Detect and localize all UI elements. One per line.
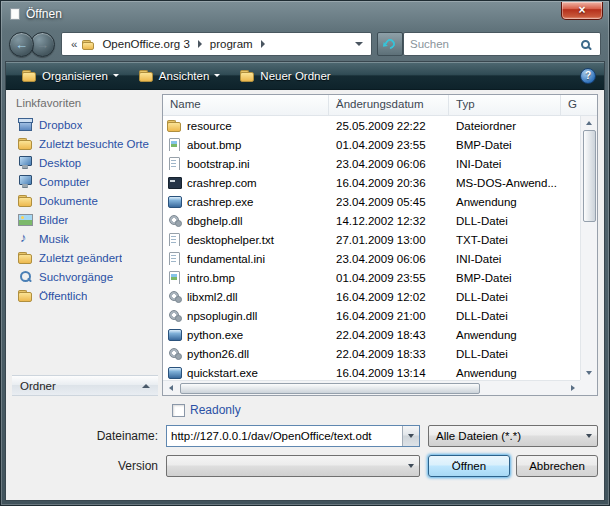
folder-icon <box>167 119 182 132</box>
sidebar-item-computer[interactable]: Computer <box>12 172 158 191</box>
file-row[interactable]: intro.bmp01.04.2009 23:55BMP-Datei <box>163 268 580 287</box>
vertical-scrollbar-thumb[interactable] <box>583 130 596 222</box>
file-row[interactable]: desktophelper.txt27.01.2009 13:00TXT-Dat… <box>163 230 580 249</box>
sidebar-item-searches[interactable]: Suchvorgänge <box>12 267 158 286</box>
txt-icon <box>167 233 182 246</box>
sidebar-item-music[interactable]: Musik <box>12 229 158 248</box>
file-row[interactable]: libxml2.dll16.04.2009 12:02DLL-Datei <box>163 287 580 306</box>
scroll-up-button[interactable] <box>581 116 597 130</box>
pictures-icon <box>18 213 33 226</box>
file-row[interactable]: python26.dll22.04.2009 18:33DLL-Datei <box>163 344 580 363</box>
sidebar-item-desktop[interactable]: Desktop <box>12 153 158 172</box>
version-dropdown-icon <box>402 456 419 476</box>
file-type: Anwendung <box>449 196 561 208</box>
dialog-icon <box>10 8 20 20</box>
file-row[interactable]: crashrep.com16.04.2009 20:36MS-DOS-Anwen… <box>163 173 580 192</box>
horizontal-scrollbar-thumb[interactable] <box>180 383 480 394</box>
file-row[interactable]: quickstart.exe16.04.2009 13:14Anwendung <box>163 363 580 380</box>
breadcrumb-separator-icon[interactable] <box>261 40 265 48</box>
file-type: Anwendung <box>449 367 561 379</box>
back-button[interactable]: ← <box>9 32 34 57</box>
filename-input[interactable] <box>167 426 402 446</box>
file-list: NameÄnderungsdatumTypG resource25.05.200… <box>162 94 598 396</box>
address-dropdown-icon[interactable] <box>355 42 363 46</box>
bmp-icon <box>167 138 182 151</box>
breadcrumb-separator-icon[interactable] <box>198 40 202 48</box>
scroll-down-button[interactable] <box>581 366 597 380</box>
views-button[interactable]: Ansichten <box>131 66 229 85</box>
sidebar-item-pictures[interactable]: Bilder <box>12 210 158 229</box>
horizontal-scrollbar[interactable] <box>163 380 580 395</box>
file-name-cell: quickstart.exe <box>163 366 329 379</box>
sidebar-item-dropbox[interactable]: Dropbox <box>12 115 158 134</box>
sidebar-item-label: Zuletzt besuchte Orte <box>39 138 149 150</box>
organize-button[interactable]: Organisieren <box>14 66 127 85</box>
sidebar-item-recent-places[interactable]: Zuletzt besuchte Orte <box>12 134 158 153</box>
file-type: BMP-Datei <box>449 139 561 151</box>
version-select[interactable] <box>166 455 420 477</box>
help-button[interactable]: ? <box>580 68 596 84</box>
refresh-button[interactable] <box>377 32 403 56</box>
sidebar-item-recent-changed[interactable]: Zuletzt geändert <box>12 248 158 267</box>
folders-label: Ordner <box>20 380 56 392</box>
column-header-date[interactable]: Änderungsdatum <box>329 95 449 115</box>
sidebar-item-documents[interactable]: Dokumente <box>12 191 158 210</box>
chevron-down-icon <box>113 74 119 77</box>
folders-band[interactable]: Ordner <box>12 375 158 396</box>
column-header-name[interactable]: Name <box>163 95 329 115</box>
sidebar-item-label: Musik <box>39 233 69 245</box>
scroll-right-button[interactable] <box>565 381 580 395</box>
vertical-scrollbar[interactable] <box>580 116 597 380</box>
favorites-list: DropboxZuletzt besuchte OrteDesktopCompu… <box>12 115 158 305</box>
search-icon[interactable] <box>581 40 590 49</box>
file-row[interactable]: npsoplugin.dll16.04.2009 21:00DLL-Datei <box>163 306 580 325</box>
scroll-left-button[interactable] <box>163 381 178 395</box>
sidebar: Linkfavoriten DropboxZuletzt besuchte Or… <box>12 94 158 396</box>
file-row[interactable]: dbghelp.dll14.12.2002 12:32DLL-Datei <box>163 211 580 230</box>
folder-icon <box>82 39 95 50</box>
file-row[interactable]: resource25.05.2009 22:22Dateiordner <box>163 116 580 135</box>
bmp-icon <box>167 271 182 284</box>
new-folder-button[interactable]: Neuer Ordner <box>232 66 338 85</box>
column-header-type[interactable]: Typ <box>449 95 561 115</box>
file-modified-date: 01.04.2009 23:55 <box>329 272 449 284</box>
file-name-cell: fundamental.ini <box>163 252 329 265</box>
breadcrumb-segment[interactable]: OpenOffice.org 3 <box>97 36 194 52</box>
file-row[interactable]: fundamental.ini23.04.2009 06:06INI-Datei <box>163 249 580 268</box>
file-modified-date: 14.12.2002 12:32 <box>329 215 449 227</box>
breadcrumb-segment[interactable]: program <box>205 36 258 52</box>
readonly-checkbox[interactable] <box>172 404 185 417</box>
file-modified-date: 27.01.2009 13:00 <box>329 234 449 246</box>
column-header-size[interactable]: G <box>561 95 597 115</box>
dialog-title: Öffnen <box>26 7 62 21</box>
file-row[interactable]: crashrep.exe23.04.2009 05:45Anwendung <box>163 192 580 211</box>
file-row[interactable]: about.bmp01.04.2009 23:55BMP-Datei <box>163 135 580 154</box>
file-row[interactable]: python.exe22.04.2009 18:43Anwendung <box>163 325 580 344</box>
titlebar[interactable]: Öffnen × <box>1 1 609 27</box>
command-toolbar: OrganisierenAnsichtenNeuer Ordner ? <box>6 62 604 90</box>
address-bar[interactable]: « OpenOffice.org 3 program <box>61 32 372 56</box>
file-name-cell: intro.bmp <box>163 271 329 284</box>
filetype-select[interactable]: Alle Dateien (*.*) <box>428 425 598 447</box>
file-name: about.bmp <box>187 139 241 151</box>
public-icon <box>18 289 33 302</box>
file-type: DLL-Datei <box>449 348 561 360</box>
file-modified-date: 22.04.2009 18:33 <box>329 348 449 360</box>
sidebar-item-public[interactable]: Öffentlich <box>12 286 158 305</box>
file-name: python26.dll <box>187 348 249 360</box>
sidebar-item-label: Dropbox <box>39 119 82 131</box>
file-modified-date: 23.04.2009 06:06 <box>329 158 449 170</box>
search-input[interactable] <box>404 33 581 55</box>
cancel-button[interactable]: Abbrechen <box>516 455 598 477</box>
filename-combobox[interactable] <box>166 425 420 447</box>
readonly-label[interactable]: Readonly <box>190 403 241 417</box>
file-type: DLL-Datei <box>449 215 561 227</box>
search-box[interactable] <box>403 32 601 56</box>
close-button[interactable]: × <box>561 2 603 20</box>
breadcrumb-overflow-button[interactable]: « <box>66 38 82 50</box>
filename-dropdown-button[interactable] <box>402 426 419 446</box>
file-row[interactable]: bootstrap.ini23.04.2009 06:06INI-Datei <box>163 154 580 173</box>
file-name-cell: dbghelp.dll <box>163 214 329 227</box>
toolbar-buttons: OrganisierenAnsichtenNeuer Ordner <box>14 66 339 85</box>
open-button[interactable]: Öffnen <box>428 455 510 477</box>
